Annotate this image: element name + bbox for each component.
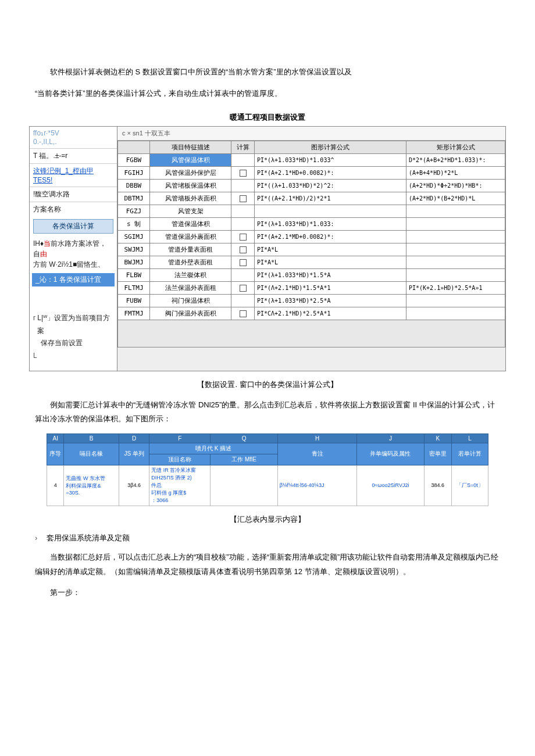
para-4: 第一步： [35, 586, 500, 600]
checkbox[interactable] [240, 285, 247, 292]
side-plan-label: 方案名称 [30, 202, 117, 217]
col-calc: 计算 [231, 141, 255, 154]
col-gformula: 图形计算公式 [255, 141, 406, 154]
side-water: !馥空调水路 [30, 187, 117, 202]
h-calc: 若单计算 [451, 443, 488, 465]
mid-para: 例如需要汇总计算表中的“无缝钢管冷冻水管 DNl25”的量。那么点击到汇总表后，… [35, 398, 500, 427]
btn-calc-types[interactable]: 各类保温计算 [33, 219, 113, 234]
h-D: D [119, 433, 149, 443]
h-span: 啧月代 K 摘述 [149, 443, 277, 454]
settings-main: c × sn1 十双五丰 项目特征描述 计算 图形计算公式 矩形计算公式 FGB… [117, 127, 505, 370]
caption-1: 【数据设置. 窗口中的各类保温计算公式】 [35, 379, 500, 390]
h-H: H [277, 433, 356, 443]
tabbar[interactable]: c × sn1 十双五丰 [117, 127, 505, 141]
h-qty: 密单里 [424, 443, 451, 465]
table-row[interactable]: FGZJ风管支架 [118, 205, 505, 218]
h-note: 青注 [277, 443, 356, 465]
table-row[interactable]: DBTMJ风管墙板外表面积PI*((A+2.1*HD)/2)*2*1(A+2*H… [118, 192, 505, 205]
table-row[interactable]: SWJMJ管道外量表面租PI*A*L [118, 243, 505, 256]
checkbox[interactable] [240, 310, 247, 317]
col-desc: 项目特征描述 [150, 141, 231, 154]
table-row[interactable]: FLBW法兰磔体积PI*(λ+1.033*HD)*1.5*A [118, 269, 505, 282]
side-top-1: ffo₁r·*5V 0.-,II,L,. [30, 127, 117, 148]
side-highlight[interactable]: _沁：1 各类保温计宜 [32, 273, 115, 286]
formula-table: 项目特征描述 计算 图形计算公式 矩形计算公式 FGBW风管保温体积PI*(λ+… [117, 141, 505, 347]
checkbox[interactable] [240, 234, 247, 241]
side-bottom: r L|ᵂ」设置为当前项目方 案 保存当前设置 L [30, 310, 117, 364]
chevron-right-icon: › [35, 533, 37, 542]
table-row[interactable]: DBBW风管堵板保温体积PI*((λ+1.033*HD)*2)^2:(A+2*H… [118, 180, 505, 192]
intro-line-1: 软件根据计算表侧边栏的 S 数据设置窗口中所设置的“当前水管方案”里的水管保温设… [35, 65, 500, 80]
intro-line-2: “当前各类计算”里的各类保温计算公式，来自动生成计算表中的管道厚度。 [35, 87, 500, 101]
table-row[interactable]: s 制管道保温体积PI*(λ+1.033*HD)*1.033: [118, 218, 505, 231]
side-desc: IH♦当前水路方案冰管，自由 方前 W·2i½1■留恪生、 [30, 236, 117, 272]
settings-sidebar: ffo₁r·*5V 0.-,II,L,. T 福。.±-=r 这锋汜例_1_桎由… [30, 127, 117, 370]
checkbox[interactable] [240, 259, 247, 266]
h-F: F [149, 433, 211, 443]
h-proj: 顶目名称 [149, 454, 211, 465]
table-row[interactable]: FMTMJ阀门保温外表面积PI*CΛ+2.1*HD)*2.5*A*1 [118, 307, 505, 320]
h-name: 嗝目名椽 [64, 443, 119, 465]
table-row[interactable]: FGIHJ风管保温外保护层PI*(A+2.1*HD+0.0082)*:(A+B+… [118, 167, 505, 180]
table-row[interactable]: FLTMJ法兰保温外表面租PI*(Λ+2.1*HD)*1.5*A*1PI*(K+… [118, 282, 505, 295]
checkbox[interactable] [240, 246, 247, 253]
table-row[interactable]: SGIMJ管道保温外裹面积PI*(A+2.1*MD+0.0082)*: [118, 231, 505, 243]
h-J: J [357, 433, 424, 443]
caption-2: 【汇总表内显示内容】 [35, 514, 500, 525]
col-code [118, 141, 150, 154]
checkbox[interactable] [240, 195, 247, 202]
col-rformula: 矩形计算公式 [406, 141, 505, 154]
table-row[interactable]: FGBW风管保温体积PI*(λ+1.033*HD)*1.033^D*2*(A+B… [118, 154, 505, 167]
table-row[interactable]: BWJMJ管道外壁表面租PI*A*L [118, 256, 505, 269]
h-work: 工作 MflE [211, 454, 277, 465]
checkbox[interactable] [240, 170, 247, 177]
settings-panel: ffo₁r·*5V 0.-,II,L,. T 福。.±-=r 这锋汜例_1_桎由… [29, 126, 506, 371]
side-line-t: T 福。.±-=r [30, 148, 117, 163]
summary-table-wrap: AI B D F Q H J K L 序导 嗝目名椽 JS 单列 啧月代 K 摘… [47, 433, 488, 506]
table-row[interactable]: FUBW祠门保温体积PI*(λ+1.033*HD)*2.5*A [118, 295, 505, 307]
h-B: B [64, 433, 119, 443]
summary-table: AI B D F Q H J K L 序导 嗝目名椽 JS 单列 啧月代 K 摘… [47, 433, 488, 506]
h-K: K [424, 433, 451, 443]
summary-row[interactable]: 4 无曲推 W 东水管 利料保温厚度& =30S. 3β4.6 无缝 IR 首冷… [47, 465, 488, 506]
h-code: 并单编码及属性 [357, 443, 424, 465]
h-L: L [451, 433, 488, 443]
settings-title: 暖通工程项目数据设置 [35, 112, 500, 123]
h-Q: Q [211, 433, 277, 443]
side-example[interactable]: 这锋汜例_1_桎由甲 TES5! [30, 163, 117, 187]
h-seq: 序导 [47, 443, 64, 465]
para-3: 当数据都汇总好后，可以点击汇总表上方的“项目校核”功能，选择“重新套用清单或定额… [35, 550, 500, 579]
bullet-line: › 套用保温系统清单及定额 [35, 533, 500, 543]
h-js: JS 单列 [119, 443, 149, 465]
h-A: AI [47, 433, 64, 443]
